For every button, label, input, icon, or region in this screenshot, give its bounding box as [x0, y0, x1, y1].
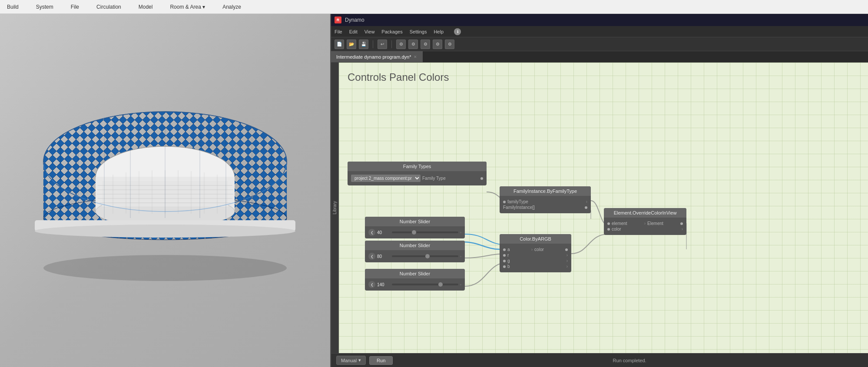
slider1-track[interactable] [392, 231, 458, 233]
override-output-label: Element [647, 221, 663, 226]
dynamo-menu-edit[interactable]: Edit [349, 29, 358, 34]
override-color-label: color [612, 227, 621, 231]
family-types-output-port [480, 177, 483, 180]
node-color-r-row: r › [503, 253, 568, 258]
library-label: Library [332, 201, 337, 215]
slider3-arrow[interactable]: › [460, 283, 461, 287]
family-type-output-label: Family Type [422, 176, 446, 181]
toolbar-extra3[interactable]: ⚙ [421, 40, 430, 49]
svg-point-0 [43, 255, 287, 281]
toolbar-separator-1 [373, 40, 373, 48]
node-family-types-row: project 2_mass component:project 2_mass … [351, 175, 483, 182]
fi-output-label: FamilyInstance[] [503, 205, 535, 210]
node-slider3-header: Number Slider [365, 269, 465, 278]
dynamo-menu-packages[interactable]: Packages [381, 29, 402, 34]
slider2-chevron[interactable]: ❮ [368, 253, 375, 260]
node-slider3[interactable]: Number Slider ❮ 140 › [365, 269, 465, 291]
viewport-3d[interactable] [0, 14, 330, 367]
color-r-port [503, 254, 506, 257]
tab-close-btn[interactable]: ✕ [414, 55, 417, 59]
tab-name: Intermediate dynamo program.dyn* [336, 54, 411, 60]
slider3-chevron[interactable]: ❮ [368, 281, 375, 288]
node-familyinstance[interactable]: FamilyInstance.ByFamilyType familyType ›… [500, 186, 591, 213]
override-element-label: element [612, 221, 627, 226]
slider1-arrow[interactable]: › [460, 231, 461, 235]
override-element-port [607, 222, 610, 225]
color-a-label: a [507, 247, 510, 252]
color-output-label: color [534, 247, 544, 252]
node-color-a-row: a › color [503, 247, 568, 252]
node-override-body: element › Element color › [604, 218, 686, 235]
slider3-thumb[interactable] [438, 282, 443, 287]
run-mode-button[interactable]: Manual ▾ [336, 356, 366, 365]
slider2-value: 80 [377, 254, 390, 259]
toolbar-save[interactable]: 💾 [359, 40, 368, 49]
info-icon[interactable]: ℹ [454, 28, 461, 35]
node-override-element-row: element › Element [607, 221, 683, 226]
tab-intermediate-dynamo[interactable]: Intermediate dynamo program.dyn* ✕ [331, 51, 423, 62]
node-color-g-row: g › [503, 258, 568, 263]
slider2-container: ❮ 80 › [368, 253, 461, 260]
menu-analyze[interactable]: Analyze [219, 2, 245, 12]
canvas-title: Controls Panel Colors [348, 71, 449, 83]
dynamo-body: Library Controls Panel Colors [331, 63, 868, 353]
svg-point-39 [35, 225, 295, 238]
family-types-dropdown[interactable]: project 2_mass component:project 2_mass … [351, 175, 421, 182]
override-color-port [607, 228, 610, 231]
slider1-chevron[interactable]: ❮ [368, 229, 375, 236]
run-status: Run completed. [396, 358, 863, 363]
color-output-port [565, 248, 568, 251]
toolbar-extra1[interactable]: ⚙ [396, 40, 406, 49]
toolbar-extra2[interactable]: ⚙ [408, 40, 418, 49]
run-button[interactable]: Run [369, 356, 393, 365]
node-family-types-header: Family Types [348, 162, 487, 171]
node-familyinstance-header: FamilyInstance.ByFamilyType [500, 186, 591, 196]
menu-room-area[interactable]: Room & Area ▾ [166, 2, 209, 12]
menu-build[interactable]: Build [3, 2, 22, 12]
dynamo-title: Dynamo [345, 17, 364, 23]
color-a-port [503, 248, 506, 251]
node-color-b-row: b › [503, 264, 568, 269]
node-familyinstance-body: familyType › FamilyInstance[] [500, 196, 591, 213]
toolbar-undo[interactable]: ↩ [378, 40, 387, 49]
node-override-header: Element.OverrideColorInView [604, 208, 686, 218]
color-g-label: g [507, 258, 510, 263]
toolbar-new[interactable]: 📄 [335, 40, 344, 49]
toolbar-extra4[interactable]: ⚙ [433, 40, 442, 49]
dynamo-menu-file[interactable]: File [335, 29, 342, 34]
main-content: R Dynamo File Edit View Packages Setting… [0, 14, 868, 367]
dynamo-menu-view[interactable]: View [364, 29, 375, 34]
library-sidebar[interactable]: Library [331, 63, 339, 353]
slider3-track[interactable] [392, 284, 458, 285]
dynamo-menu-help[interactable]: Help [434, 29, 444, 34]
node-fi-output-row: FamilyInstance[] [503, 205, 587, 210]
slider1-thumb[interactable] [412, 230, 416, 235]
slider3-value: 140 [377, 282, 390, 287]
node-family-types[interactable]: Family Types project 2_mass component:pr… [348, 162, 487, 185]
slider2-track[interactable] [392, 255, 458, 257]
toolbar-extra5[interactable]: ⚙ [445, 40, 454, 49]
dynamo-canvas[interactable]: Controls Panel Colors [339, 63, 868, 353]
familyinstance-input-port [503, 201, 506, 203]
menu-system[interactable]: System [33, 2, 57, 12]
node-override-color[interactable]: Element.OverrideColorInView element › El… [604, 208, 686, 235]
color-b-port [503, 265, 506, 268]
node-color-argb[interactable]: Color.ByARGB a › color r › [500, 234, 571, 272]
toolbar-separator-2 [391, 40, 392, 48]
toolbar-open[interactable]: 📂 [347, 40, 356, 49]
node-slider1[interactable]: Number Slider ❮ 40 › [365, 217, 465, 238]
dynamo-toolbar: 📄 📂 💾 ↩ ⚙ ⚙ ⚙ ⚙ ⚙ [331, 37, 868, 51]
slider2-thumb[interactable] [425, 254, 430, 258]
node-slider2-body: ❮ 80 › [365, 250, 465, 262]
node-slider2[interactable]: Number Slider ❮ 80 › [365, 241, 465, 262]
canvas-grid [339, 63, 868, 353]
node-slider2-header: Number Slider [365, 241, 465, 250]
menu-circulation[interactable]: Circulation [93, 2, 125, 12]
node-override-color-row: color › [607, 227, 683, 231]
dynamo-menu-settings[interactable]: Settings [410, 29, 427, 34]
slider2-arrow[interactable]: › [460, 255, 461, 258]
node-slider1-header: Number Slider [365, 217, 465, 226]
menu-model[interactable]: Model [135, 2, 156, 12]
menu-file[interactable]: File [67, 2, 83, 12]
node-family-types-body: project 2_mass component:project 2_mass … [348, 171, 487, 185]
